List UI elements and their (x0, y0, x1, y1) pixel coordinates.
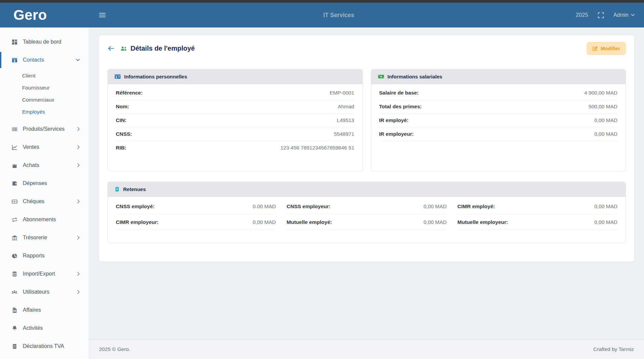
contacts-submenu: Client Fournisseur Commerciaux Employés (0, 69, 89, 120)
grid-icon (11, 39, 18, 45)
deduction-mutuelle-employeur: Mutuelle employeur: 0,00 MAD (457, 215, 617, 230)
sidebar-subitem-client[interactable]: Client (0, 70, 89, 82)
card-title: Retenues (123, 186, 146, 192)
chevron-right-icon (77, 145, 80, 149)
sidebar-item-contacts[interactable]: Contacts (0, 51, 89, 69)
chevron-right-icon (77, 236, 80, 240)
edit-button[interactable]: Modifier (587, 42, 626, 55)
repeat-icon (11, 217, 18, 223)
deduction-mutuelle-employe: Mutuelle employé: 0,00 MAD (287, 215, 447, 230)
users-green-icon (120, 46, 127, 52)
file-invoice-icon (11, 307, 18, 313)
receipt-icon (114, 186, 120, 192)
bell-icon (11, 325, 18, 331)
chevron-right-icon (77, 272, 80, 276)
sidebar-item-declarations-tva[interactable]: Déclarations TVA (0, 337, 89, 355)
info-row-salaire-base: Salaire de base: 4 900,00 MAD (379, 86, 618, 100)
wallet-icon (11, 181, 18, 186)
edit-button-label: Modifier (601, 46, 620, 51)
sidebar-item-tableau-de-bord[interactable]: Tableau de bord (0, 33, 89, 51)
card-title: Informations personnelles (124, 74, 187, 79)
sidebar-item-utilisateurs[interactable]: Utilisateurs (0, 283, 89, 301)
sidebar-item-abonnements[interactable]: Abonnements (0, 211, 89, 229)
navbar: Gero IT Services 2025 Admin (0, 3, 644, 27)
users-icon (11, 289, 18, 295)
info-row-cnss: CNSS: 5548971 (116, 127, 354, 141)
sidebar-item-activites[interactable]: Activités (0, 319, 89, 337)
sidebar-item-affaires[interactable]: Affaires (0, 301, 89, 319)
navbar-right: 2025 Admin (576, 12, 644, 18)
info-row-cin: CIN: L49513 (116, 114, 354, 127)
active-indicator-bar (0, 52, 1, 68)
receipt-icon (11, 344, 18, 349)
footer-copyright: 2025 © Gero. (99, 346, 130, 352)
info-row-reference: Référence: EMP-0001 (116, 86, 354, 100)
fullscreen-icon[interactable] (598, 12, 604, 18)
sidebar-item-achats[interactable]: Achats (0, 156, 89, 174)
sidebar-item-import-export[interactable]: Import/Export (0, 265, 89, 283)
back-button[interactable] (107, 45, 115, 52)
edit-pencil-icon (592, 46, 598, 51)
chevron-right-icon (77, 163, 80, 167)
content-area: Détails de l'employé Modifier Informatio… (89, 27, 644, 359)
info-row-ir-employe: IR employé: 0,00 MAD (379, 114, 618, 127)
card-title: Informations salariales (388, 74, 442, 79)
top-strip (0, 0, 644, 3)
id-card-icon (11, 57, 18, 63)
personal-info-card: Informations personnelles Référence: EMP… (107, 69, 363, 172)
sidebar-item-tresorerie[interactable]: Trésorerie (0, 229, 89, 247)
sidebar-subitem-employes[interactable]: Employés (0, 106, 89, 118)
barcode-icon (11, 126, 18, 132)
info-row-ir-employeur: IR employeur: 0,00 MAD (379, 127, 618, 141)
deduction-cimr-employe: CIMR employé: 0,00 MAD (457, 199, 617, 215)
salary-info-card-header: Informations salariales (371, 69, 626, 84)
chevron-right-icon (77, 290, 80, 294)
chevron-right-icon (77, 127, 80, 131)
sidebar-item-rapports[interactable]: Rapports (0, 247, 89, 265)
user-menu-label: Admin (613, 12, 629, 18)
bank-icon (11, 235, 18, 241)
shopping-bag-icon (11, 163, 18, 168)
deductions-card-header: Retenues (108, 182, 626, 197)
caret-down-icon (631, 14, 635, 16)
user-menu[interactable]: Admin (613, 12, 635, 18)
employee-detail-card: Détails de l'employé Modifier Informatio… (99, 35, 634, 262)
info-row-nom: Nom: Ahmad (116, 100, 354, 114)
salary-info-card: Informations salariales Salaire de base:… (371, 69, 626, 172)
deduction-cnss-employe: CNSS employé: 0.00 MAD (116, 199, 276, 215)
id-card-icon (114, 74, 121, 79)
chart-line-icon (11, 144, 18, 150)
page-title: Détails de l'employé (131, 45, 195, 52)
chevron-right-icon (77, 199, 80, 203)
money-bill-icon (378, 74, 384, 79)
app-logo[interactable]: Gero (0, 8, 89, 22)
info-row-total-primes: Total des primes: 500,00 MAD (379, 100, 618, 114)
footer: 2025 © Gero. Crafted by Tarmiz (89, 339, 644, 359)
personal-info-card-header: Informations personnelles (108, 69, 362, 84)
page-header: Détails de l'employé Modifier (99, 35, 634, 55)
database-icon (11, 271, 18, 277)
sidebar-item-produits-services[interactable]: Produits/Services (0, 120, 89, 138)
footer-credit: Crafted by Tarmiz (593, 346, 634, 352)
deductions-card: Retenues CNSS employé: 0.00 MAD CNSS emp… (107, 182, 626, 243)
arrow-left-icon (107, 45, 115, 52)
deduction-cnss-employeur: CNSS employeur: 0,00 MAD (287, 199, 447, 215)
pie-chart-icon (11, 253, 18, 259)
chevron-down-icon (76, 59, 80, 61)
sidebar-subitem-fournisseur[interactable]: Fournisseur (0, 82, 89, 94)
sidebar-item-cheques[interactable]: Chéques (0, 192, 89, 211)
hamburger-icon[interactable] (98, 12, 106, 18)
deduction-cimr-employeur: CIMR employeur: 0,00 MAD (116, 215, 276, 230)
sidebar-item-depenses[interactable]: Dépenses (0, 174, 89, 192)
year-indicator: 2025 (576, 12, 588, 18)
info-row-rib: RIB: 123 456 7891234567859846 51 (116, 141, 354, 155)
sidebar-subitem-commerciaux[interactable]: Commerciaux (0, 94, 89, 106)
app-title: IT Services (323, 12, 354, 19)
sidebar-item-ventes[interactable]: Ventes (0, 138, 89, 156)
sidebar: Tableau de bord Contacts Client Fourniss… (0, 27, 89, 359)
money-check-icon (11, 199, 18, 204)
